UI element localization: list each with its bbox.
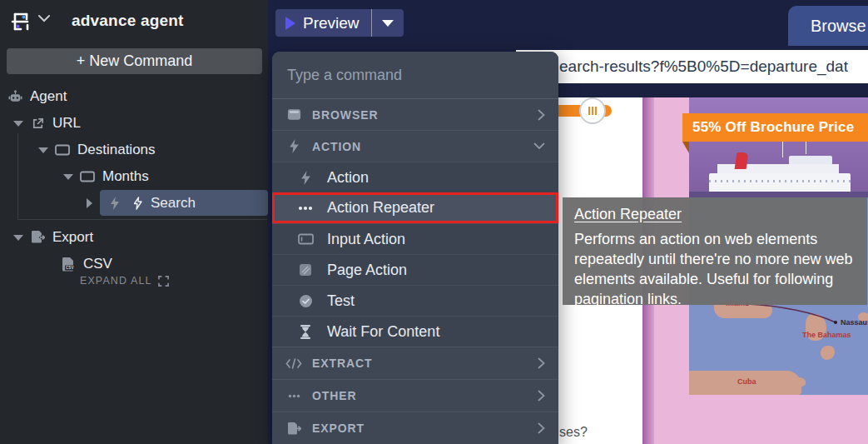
lightning-icon [107, 195, 123, 212]
new-command-button[interactable]: + New Command [7, 48, 262, 74]
chevron-right-icon [538, 422, 545, 434]
browser-url-bar[interactable]: earch-results?f%5B0%5D=departure_dat [516, 50, 868, 83]
tree-item-label: CSV [83, 256, 112, 272]
menu-section-extract[interactable]: EXTRACT [272, 347, 558, 379]
browse-tab-label: Browse [811, 17, 866, 36]
tree-item-destinations[interactable]: Destinations [38, 139, 156, 161]
cruise-ship-photo [689, 97, 868, 197]
app-logo[interactable] [8, 9, 33, 34]
tree-item-search-selected[interactable]: Search [87, 190, 268, 216]
lightning-icon [297, 169, 314, 186]
tree-item-url[interactable]: URL [13, 112, 81, 134]
ship-funnel [735, 152, 749, 169]
menu-section-action[interactable]: ACTION [272, 130, 558, 162]
collapse-caret-icon[interactable] [38, 147, 48, 153]
file-export-icon [29, 229, 46, 246]
menu-section-label: ACTION [312, 140, 361, 153]
tree-item-label: URL [52, 115, 81, 132]
map-label-bahamas: The Bahamas [802, 331, 851, 339]
menu-item-wait-for-content[interactable]: Wait For Content [272, 316, 558, 347]
expand-all-label: EXPAND ALL [80, 275, 152, 287]
collapse-caret-icon[interactable] [63, 174, 73, 180]
menu-item-label: Wait For Content [327, 323, 439, 341]
preview-button-label: Preview [303, 14, 360, 32]
hourglass-icon [297, 323, 314, 340]
csv-file-icon: CSV [60, 256, 77, 272]
file-export-icon [285, 420, 302, 437]
pointer-action-icon [129, 195, 146, 212]
input-box-icon [297, 231, 314, 247]
expand-caret-icon[interactable] [87, 198, 92, 208]
tree-item-export[interactable]: Export [13, 227, 93, 248]
promo-badge-text: 55% Off Brochure Price [692, 119, 854, 136]
tree-item-agent[interactable]: Agent [7, 86, 67, 107]
robot-icon [7, 88, 23, 105]
agent-switcher-chevron-icon[interactable] [38, 15, 50, 22]
menu-item-label: Test [327, 292, 355, 310]
tree-item-csv[interactable]: CSV CSV [60, 253, 112, 275]
action-repeater-tooltip: Action Repeater Performs an action on we… [563, 197, 867, 305]
chevron-down-icon [382, 20, 394, 27]
collapse-caret-icon[interactable] [13, 121, 23, 127]
chevron-right-icon [538, 357, 545, 369]
test-check-icon [297, 292, 314, 309]
promo-badge-fold [682, 142, 689, 153]
menu-section-label: BROWSER [312, 108, 378, 122]
menu-section-other[interactable]: OTHER [272, 379, 558, 412]
tooltip-title: Action Repeater [574, 206, 856, 223]
menu-item-label: Input Action [327, 231, 405, 248]
input-box-icon [54, 142, 71, 158]
code-icon [285, 355, 302, 372]
sidebar: advance agent + New Command Agent [0, 0, 268, 444]
tree-guide-line [17, 133, 18, 219]
promo-badge: 55% Off Brochure Price [682, 113, 868, 142]
command-search-input[interactable] [287, 67, 543, 84]
menu-section-browser[interactable]: BROWSER [272, 98, 558, 130]
lightning-icon [285, 138, 302, 155]
menu-item-action-repeater[interactable]: Action Repeater [272, 192, 558, 223]
map-label-cuba: Cuba [737, 377, 756, 386]
page-action-icon [297, 262, 314, 278]
command-search-wrap[interactable] [272, 52, 558, 98]
menu-section-label: EXTRACT [312, 357, 372, 370]
preview-button[interactable]: Preview [275, 9, 371, 37]
tree-item-label: Search [151, 195, 196, 212]
chevron-right-icon [538, 390, 545, 402]
map-label-nassau: Nassau [841, 318, 867, 327]
tree-item-label: Agent [30, 88, 67, 105]
selected-tree-pill[interactable]: Search [100, 190, 268, 216]
sea-water [689, 192, 868, 197]
menu-section-label: EXPORT [312, 422, 365, 435]
external-link-icon [29, 115, 46, 132]
svg-text:CSV: CSV [66, 266, 74, 270]
ellipsis-dots-icon [297, 200, 314, 217]
app-window: earch-results?f%5B0%5D=departure_dat 55%… [0, 0, 868, 444]
price-slider-handle[interactable] [579, 97, 606, 124]
ellipsis-dots-icon [285, 387, 302, 404]
url-text: earch-results?f%5B0%5D=departure_dat [559, 57, 848, 76]
collapse-caret-icon[interactable] [13, 235, 23, 241]
preview-dropdown-button[interactable] [371, 9, 404, 37]
chevron-down-icon [533, 142, 545, 150]
menu-item-input-action[interactable]: Input Action [272, 223, 558, 254]
ship-hull [709, 173, 851, 193]
input-box-icon [79, 168, 96, 185]
browse-tab[interactable]: Browse [788, 6, 868, 46]
menu-item-page-action[interactable]: Page Action [272, 254, 558, 285]
expand-all-button[interactable]: EXPAND ALL [80, 275, 169, 287]
tree-item-label: Destinations [77, 142, 156, 158]
chevron-right-icon [538, 109, 545, 121]
menu-section-export[interactable]: EXPORT [272, 412, 558, 444]
menu-item-label: Page Action [327, 262, 407, 279]
page-question-text: ses? [559, 425, 588, 440]
preview-split-button[interactable]: Preview [275, 9, 404, 37]
tooltip-body: Performs an action on web elements repea… [574, 229, 856, 309]
play-icon [285, 17, 295, 30]
tree-item-label: Months [102, 168, 149, 185]
menu-item-test[interactable]: Test [272, 285, 558, 316]
menu-item-label: Action Repeater [327, 199, 434, 217]
menu-item-action[interactable]: Action [272, 162, 558, 192]
tree-guide-line [17, 219, 267, 220]
tree-item-months[interactable]: Months [63, 166, 149, 187]
tree-item-label: Export [52, 229, 93, 246]
